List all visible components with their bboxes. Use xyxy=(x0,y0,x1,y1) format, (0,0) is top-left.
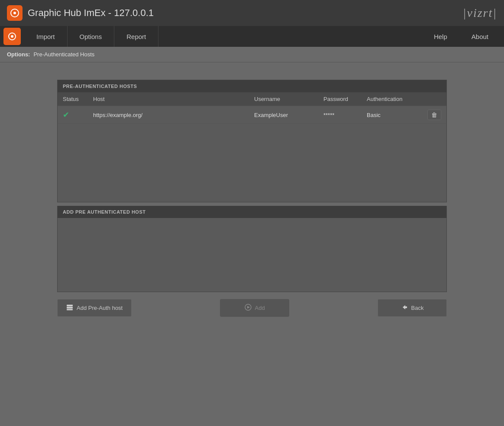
add-pre-auth-label: Add Pre-Auth host xyxy=(77,305,123,311)
menu-item-options[interactable]: Options xyxy=(68,26,115,47)
back-button[interactable]: Back xyxy=(378,299,447,317)
pah-section-header: PRE-AUTHENTICATED HOSTS xyxy=(58,80,446,92)
col-status: Status xyxy=(58,92,88,106)
app-title: Graphic Hub ImEx - 127.0.0.1 xyxy=(28,7,154,19)
vizrt-logo-text: |vizrt| xyxy=(463,6,497,20)
breadcrumb-bar: Options: Pre-Authenticated Hosts xyxy=(0,47,504,62)
menu-item-help[interactable]: Help xyxy=(422,26,459,47)
add-section: ADD PRE AUTHENTICATED HOST xyxy=(57,206,447,292)
svg-rect-4 xyxy=(67,305,73,306)
pah-table-header-row: Status Host Username Password Authentica… xyxy=(58,92,446,106)
breadcrumb-value: Pre-Authenticated Hosts xyxy=(33,51,94,58)
row-host: https://example.org/ xyxy=(88,106,249,124)
server-icon xyxy=(66,304,73,312)
add-button: Add xyxy=(220,299,289,317)
svg-marker-8 xyxy=(247,306,250,309)
col-password: Password xyxy=(318,92,362,106)
row-status: ✔ xyxy=(58,106,88,124)
row-delete[interactable]: 🗑 xyxy=(422,106,446,124)
pah-empty-area xyxy=(58,124,446,202)
add-icon xyxy=(245,304,252,312)
back-label: Back xyxy=(411,305,424,311)
svg-rect-10 xyxy=(405,306,407,308)
add-pre-auth-button[interactable]: Add Pre-Auth host xyxy=(57,299,132,317)
bottom-buttons: Add Pre-Auth host Add Back xyxy=(57,299,447,317)
menu-app-icon[interactable] xyxy=(3,28,21,45)
pah-table-body: ✔ https://example.org/ ExampleUser *****… xyxy=(58,106,446,124)
app-icon xyxy=(7,5,23,21)
row-username: ExampleUser xyxy=(249,106,318,124)
col-username: Username xyxy=(249,92,318,106)
menu-item-import[interactable]: Import xyxy=(24,26,68,47)
row-authentication: Basic xyxy=(362,106,422,124)
main-content: PRE-AUTHENTICATED HOSTS Status Host User… xyxy=(0,62,504,426)
row-password: ***** xyxy=(318,106,362,124)
pah-table-header: Status Host Username Password Authentica… xyxy=(58,92,446,106)
col-actions xyxy=(422,92,446,106)
pah-section: PRE-AUTHENTICATED HOSTS Status Host User… xyxy=(57,80,447,202)
title-bar: Graphic Hub ImEx - 127.0.0.1 |vizrt| xyxy=(0,0,504,26)
title-left: Graphic Hub ImEx - 127.0.0.1 xyxy=(7,5,154,21)
add-section-header: ADD PRE AUTHENTICATED HOST xyxy=(58,206,446,218)
center-panel: PRE-AUTHENTICATED HOSTS Status Host User… xyxy=(57,80,447,292)
svg-marker-9 xyxy=(403,305,405,309)
table-row: ✔ https://example.org/ ExampleUser *****… xyxy=(58,106,446,124)
col-host: Host xyxy=(88,92,249,106)
col-authentication: Authentication xyxy=(362,92,422,106)
svg-point-1 xyxy=(13,12,16,14)
breadcrumb-label: Options: xyxy=(7,51,30,58)
pah-table: Status Host Username Password Authentica… xyxy=(58,92,446,124)
svg-point-3 xyxy=(11,35,13,38)
back-icon xyxy=(401,304,408,312)
status-ok-icon: ✔ xyxy=(63,111,69,119)
menu-item-about[interactable]: About xyxy=(459,26,501,47)
add-label: Add xyxy=(255,305,265,311)
vizrt-logo: |vizrt| xyxy=(463,6,497,20)
svg-rect-6 xyxy=(67,309,73,310)
menu-item-report[interactable]: Report xyxy=(114,26,158,47)
add-form-area xyxy=(58,218,446,292)
svg-rect-5 xyxy=(67,307,73,309)
menu-bar: Import Options Report Help About xyxy=(0,26,504,47)
delete-button[interactable]: 🗑 xyxy=(427,110,441,120)
trash-icon: 🗑 xyxy=(431,111,437,118)
